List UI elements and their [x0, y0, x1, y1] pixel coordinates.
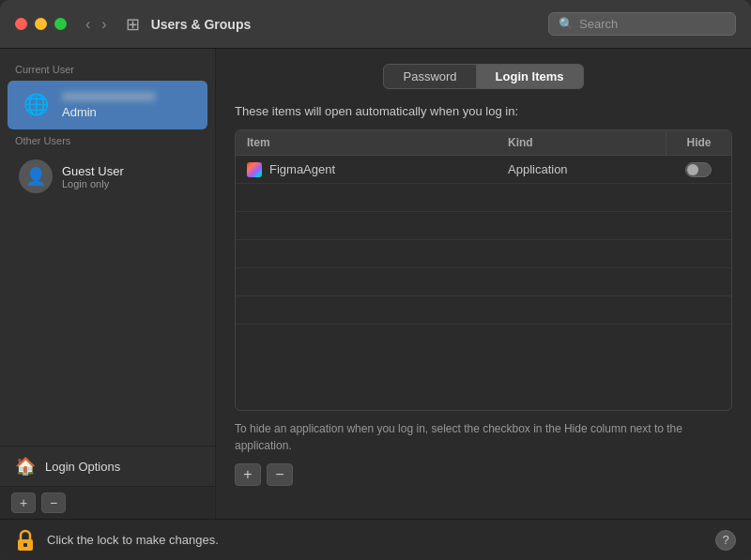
right-panel: Password Login Items These items will op…	[216, 49, 751, 519]
empty-row-1	[236, 184, 731, 212]
window-title: Users & Groups	[151, 17, 537, 32]
svg-rect-1	[23, 543, 27, 547]
app-name: FigmaAgent	[269, 162, 335, 176]
current-user-info: Admin	[62, 92, 156, 119]
guest-user-name: Guest User	[62, 164, 124, 178]
lock-icon	[15, 528, 36, 552]
search-box[interactable]: 🔍	[548, 12, 736, 36]
column-header-hide: Hide	[666, 130, 731, 155]
lock-text: Click the lock to make changes.	[47, 533, 219, 547]
back-button[interactable]: ‹	[82, 15, 94, 34]
blurred-username	[62, 92, 156, 101]
empty-row-4	[236, 268, 731, 296]
minimize-button[interactable]	[35, 18, 47, 30]
person-icon: 👤	[25, 166, 46, 187]
sidebar: Current User 🌐 Admin Other Users 👤 Guest…	[0, 49, 216, 519]
cell-item-hide	[666, 158, 731, 182]
remove-user-button[interactable]: −	[41, 492, 66, 513]
empty-row-3	[236, 240, 731, 268]
tab-bar: Password Login Items	[235, 64, 732, 89]
help-button[interactable]: ?	[715, 530, 736, 551]
login-options-label: Login Options	[45, 460, 120, 474]
cell-item-kind: Application	[497, 158, 666, 181]
globe-icon: 🌐	[23, 93, 49, 117]
main-content: Current User 🌐 Admin Other Users 👤 Guest…	[0, 49, 751, 519]
titlebar: ‹ › ⊞ Users & Groups 🔍	[0, 0, 751, 49]
current-user-name: Admin	[62, 105, 156, 119]
sidebar-spacer	[0, 203, 215, 446]
cell-item-name: FigmaAgent	[236, 158, 497, 182]
guest-user-subtitle: Login only	[62, 178, 124, 189]
column-header-item: Item	[236, 130, 497, 155]
search-input[interactable]	[579, 17, 726, 31]
action-buttons: + −	[235, 463, 732, 486]
current-user-section-label: Current User	[0, 60, 215, 79]
login-options-item[interactable]: 🏠 Login Options	[0, 446, 215, 486]
maximize-button[interactable]	[54, 18, 67, 30]
bottom-bar: Click the lock to make changes. ?	[0, 519, 751, 560]
house-icon: 🏠	[15, 456, 36, 477]
other-users-section-label: Other Users	[0, 131, 215, 150]
hide-toggle[interactable]	[685, 162, 712, 177]
figma-icon	[247, 162, 262, 177]
avatar: 🌐	[19, 88, 53, 122]
table-body: FigmaAgent Application	[236, 156, 731, 410]
login-items-description: These items will open automatically when…	[235, 104, 732, 118]
sidebar-bottom-bar: + −	[0, 486, 215, 519]
search-icon: 🔍	[559, 17, 574, 31]
table-row: FigmaAgent Application	[236, 156, 731, 184]
tab-login-items[interactable]: Login Items	[477, 64, 584, 89]
empty-row-5	[236, 296, 731, 325]
current-user-item[interactable]: 🌐 Admin	[8, 81, 207, 129]
tab-password[interactable]: Password	[383, 64, 476, 89]
remove-item-button[interactable]: −	[267, 463, 293, 486]
close-button[interactable]	[15, 18, 27, 30]
guest-avatar: 👤	[19, 159, 53, 193]
add-user-button[interactable]: +	[11, 492, 36, 513]
table-header: Item Kind Hide	[236, 130, 731, 156]
column-header-kind: Kind	[497, 130, 666, 155]
footer-note: To hide an application when you log in, …	[235, 420, 732, 454]
login-items-table: Item Kind Hide FigmaAgent Application	[235, 129, 732, 411]
lock-icon-wrap[interactable]	[15, 528, 36, 552]
traffic-lights	[15, 18, 67, 30]
grid-icon[interactable]: ⊞	[126, 14, 140, 35]
empty-row-2	[236, 212, 731, 240]
nav-arrows: ‹ ›	[82, 15, 111, 34]
forward-button[interactable]: ›	[98, 15, 110, 34]
guest-user-item[interactable]: 👤 Guest User Login only	[8, 152, 207, 201]
guest-user-info: Guest User Login only	[62, 164, 124, 189]
add-item-button[interactable]: +	[235, 463, 261, 486]
